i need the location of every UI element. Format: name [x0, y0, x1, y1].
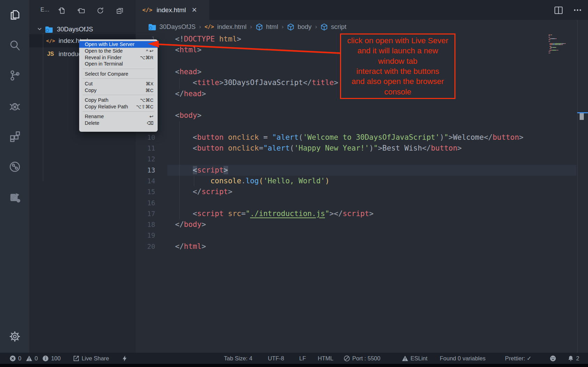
breadcrumb-index-html[interactable]: </>index.html [205, 23, 247, 31]
code-line-20[interactable]: 20</html> [136, 241, 588, 252]
activity-search-button[interactable] [0, 35, 29, 56]
slash-icon [344, 355, 350, 362]
breadcrumb-30daysofjs[interactable]: 30DaysOfJS [148, 23, 196, 31]
status-html[interactable]: HTML [318, 353, 333, 364]
code-line-7[interactable]: 7 [136, 99, 588, 110]
menu-item-open-in-terminal[interactable]: Open in Terminal [79, 61, 158, 67]
status-0[interactable]: 0 [9, 353, 21, 364]
line-number: 10 [136, 132, 155, 143]
menu-item-delete[interactable]: Delete⌫ [79, 120, 158, 126]
status-eslint[interactable]: ESLint [402, 353, 428, 364]
line-number: 13 [136, 165, 155, 176]
status-smiley[interactable] [550, 353, 556, 364]
annotation-text-line: window tab [378, 56, 417, 66]
menu-item-copy[interactable]: Copy⌘C [79, 87, 158, 93]
line-number: 15 [136, 186, 155, 197]
extensions-icon [8, 130, 21, 143]
search-icon [8, 39, 21, 52]
shortcut-label: ↩ [150, 114, 153, 119]
breadcrumb-body[interactable]: body [287, 23, 311, 31]
status-live-share[interactable]: Live Share [73, 353, 109, 364]
html-file-icon: </> [46, 38, 55, 44]
breadcrumb: 30DaysOfJS›</>index.html›html›body›scrip… [136, 20, 588, 34]
menu-item-open-to-the-side[interactable]: Open to the Side^ ↩ [79, 48, 158, 54]
breadcrumb-separator: › [315, 23, 317, 30]
menu-item-open-with-live-server[interactable]: Open with Live Server [79, 41, 158, 48]
annotation-text-line: and also open the browser [352, 76, 444, 86]
breadcrumb-html[interactable]: html [256, 23, 278, 31]
line-number: 18 [136, 219, 155, 230]
status-port-5500[interactable]: Port : 5500 [344, 353, 380, 364]
code-line-10[interactable]: 10 <button onclick = "alert('Welcome to … [136, 132, 588, 143]
collapse-all-icon[interactable] [115, 6, 124, 15]
code-line-19[interactable]: 19 [136, 230, 588, 241]
code-line-18[interactable]: 18</body> [136, 219, 588, 230]
line-number: 12 [136, 154, 155, 165]
more-actions-icon[interactable] [572, 5, 583, 15]
code-line-17[interactable]: 17 <script src="./introduction.js"></scr… [136, 208, 588, 219]
refresh-icon[interactable] [96, 6, 105, 15]
shortcut-label: ⌫ [147, 120, 153, 126]
activity-explorer-button[interactable] [0, 4, 29, 26]
status-0[interactable]: 0 [26, 353, 38, 364]
code-line-14[interactable]: 14 console.log('Hello, World') [136, 176, 588, 186]
annotation-text-line: console [384, 87, 412, 97]
new-folder-icon[interactable] [76, 6, 85, 15]
new-file-icon[interactable] [57, 6, 66, 15]
status-100[interactable]: 100 [42, 353, 61, 364]
tab-close-icon[interactable]: ✕ [191, 6, 197, 14]
symbol-cube-icon [256, 23, 263, 31]
code-line-9[interactable]: 9 [136, 121, 588, 132]
menu-item-copy-relative-path[interactable]: Copy Relative Path⌥⇧⌘C [79, 103, 158, 110]
code-line-13[interactable]: 13 <script> [136, 165, 588, 176]
bell-icon [567, 355, 574, 362]
menu-item-reveal-in-finder[interactable]: Reveal in Finder⌥⌘R [79, 54, 158, 61]
status-tab-size-4[interactable]: Tab Size: 4 [224, 353, 252, 364]
status-bolt[interactable] [121, 353, 128, 364]
tab-strip: </> index.html ✕ [136, 0, 588, 20]
shortcut-label: ⌥⇧⌘C [136, 104, 153, 109]
window-bottom-strip [0, 364, 588, 367]
folder-icon [44, 26, 53, 33]
menu-divider [83, 69, 154, 69]
code-line-12[interactable]: 12 [136, 154, 588, 165]
smiley-icon [550, 355, 556, 362]
status-bar: 00100Live Share Tab Size: 4UTF-8LFHTMLPo… [0, 353, 588, 364]
code-line-15[interactable]: 15 </script> [136, 186, 588, 197]
live-share-icon [8, 160, 21, 173]
status-prettier[interactable]: Prettier: ✓ [505, 353, 532, 364]
activity-bar [0, 0, 29, 353]
breadcrumb-script[interactable]: script [321, 23, 346, 31]
scrollbar-divider [577, 20, 578, 353]
activity-source-control-button[interactable] [0, 64, 29, 86]
minimap[interactable] [549, 35, 581, 59]
status-2[interactable]: 2 [567, 353, 579, 364]
explorer-title: E... [40, 7, 50, 13]
status-lf[interactable]: LF [299, 353, 306, 364]
code-line-11[interactable]: 11 <button onclick="alert('Happy New Yea… [136, 143, 588, 154]
menu-divider [83, 95, 154, 95]
menu-item-select-for-compare[interactable]: Select for Compare [79, 70, 158, 77]
scrollbar-thumb[interactable] [580, 113, 584, 120]
shortcut-label: ⌥⌘C [140, 97, 153, 103]
annotation-text-line: interact with the buttons [356, 66, 439, 76]
activity-live-share-button[interactable] [0, 156, 29, 177]
activity-run-debug-button[interactable] [0, 95, 29, 117]
code-line-16[interactable]: 16 [136, 198, 588, 208]
split-editor-icon[interactable] [553, 5, 564, 15]
menu-item-cut[interactable]: Cut⌘X [79, 81, 158, 87]
activity-share-button[interactable] [0, 186, 29, 208]
tab-index-html[interactable]: </> index.html ✕ [136, 0, 209, 20]
share-icon [8, 191, 21, 204]
line-number: 20 [136, 241, 155, 252]
code-line-8[interactable]: 8<body> [136, 110, 588, 121]
menu-item-copy-path[interactable]: Copy Path⌥⌘C [79, 97, 158, 104]
status-found-0-variables[interactable]: Found 0 variables [440, 353, 485, 364]
settings-gear-button[interactable] [0, 326, 29, 347]
line-number: 14 [136, 176, 155, 186]
status-utf-8[interactable]: UTF-8 [268, 353, 284, 364]
line-number: 19 [136, 230, 155, 241]
chevron-down-icon [37, 25, 42, 33]
menu-item-rename[interactable]: Rename↩ [79, 113, 158, 120]
activity-extensions-button[interactable] [0, 125, 29, 147]
